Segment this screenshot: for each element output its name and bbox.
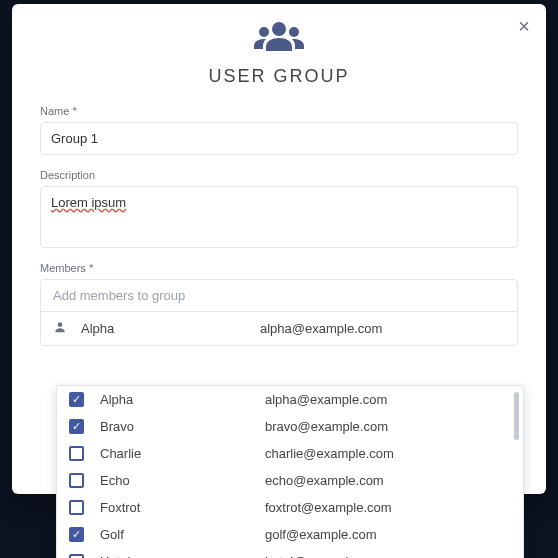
svg-point-3: [58, 322, 63, 327]
description-label: Description: [40, 169, 518, 181]
checkbox[interactable]: [69, 527, 84, 542]
option-email: bravo@example.com: [265, 419, 511, 434]
checkbox[interactable]: [69, 446, 84, 461]
option-email: alpha@example.com: [265, 392, 511, 407]
svg-point-1: [259, 27, 269, 37]
option-email: foxtrot@example.com: [265, 500, 511, 515]
option-email: golf@example.com: [265, 527, 511, 542]
person-icon: [53, 320, 75, 337]
checkbox[interactable]: [69, 473, 84, 488]
dropdown-option[interactable]: Foxtrotfoxtrot@example.com: [57, 494, 523, 521]
members-field: Members * Add members to group Alpha alp…: [40, 262, 518, 346]
checkbox[interactable]: [69, 392, 84, 407]
checkbox[interactable]: [69, 554, 84, 558]
dropdown-option[interactable]: Charliecharlie@example.com: [57, 440, 523, 467]
name-field: Name *: [40, 105, 518, 155]
name-input[interactable]: [40, 122, 518, 155]
modal-header: USER GROUP: [40, 20, 518, 87]
checkbox[interactable]: [69, 419, 84, 434]
members-search-input[interactable]: Add members to group: [41, 280, 517, 312]
option-email: echo@example.com: [265, 473, 511, 488]
svg-point-2: [289, 27, 299, 37]
option-email: hotel@example.com: [265, 554, 511, 558]
members-label: Members *: [40, 262, 518, 274]
description-input[interactable]: Lorem ipsum: [40, 186, 518, 248]
members-box: Add members to group Alpha alpha@example…: [40, 279, 518, 346]
option-name: Alpha: [100, 392, 265, 407]
members-dropdown[interactable]: Alphaalpha@example.comBravobravo@example…: [56, 385, 524, 558]
option-name: Charlie: [100, 446, 265, 461]
option-name: Foxtrot: [100, 500, 265, 515]
member-email: alpha@example.com: [260, 321, 505, 336]
option-email: charlie@example.com: [265, 446, 511, 461]
selected-member-row: Alpha alpha@example.com: [41, 312, 517, 345]
option-name: Bravo: [100, 419, 265, 434]
dropdown-option[interactable]: Golfgolf@example.com: [57, 521, 523, 548]
option-name: Echo: [100, 473, 265, 488]
modal-title: USER GROUP: [40, 66, 518, 87]
svg-point-0: [272, 22, 286, 36]
dropdown-option[interactable]: Alphaalpha@example.com: [57, 386, 523, 413]
description-field: Description Lorem ipsum: [40, 169, 518, 248]
name-label: Name *: [40, 105, 518, 117]
close-button[interactable]: ×: [518, 16, 530, 36]
option-name: Hotel: [100, 554, 265, 558]
checkbox[interactable]: [69, 500, 84, 515]
dropdown-option[interactable]: Echoecho@example.com: [57, 467, 523, 494]
member-name: Alpha: [75, 321, 260, 336]
option-name: Golf: [100, 527, 265, 542]
dropdown-option[interactable]: Bravobravo@example.com: [57, 413, 523, 440]
dropdown-option[interactable]: Hotelhotel@example.com: [57, 548, 523, 558]
group-icon: [40, 20, 518, 56]
